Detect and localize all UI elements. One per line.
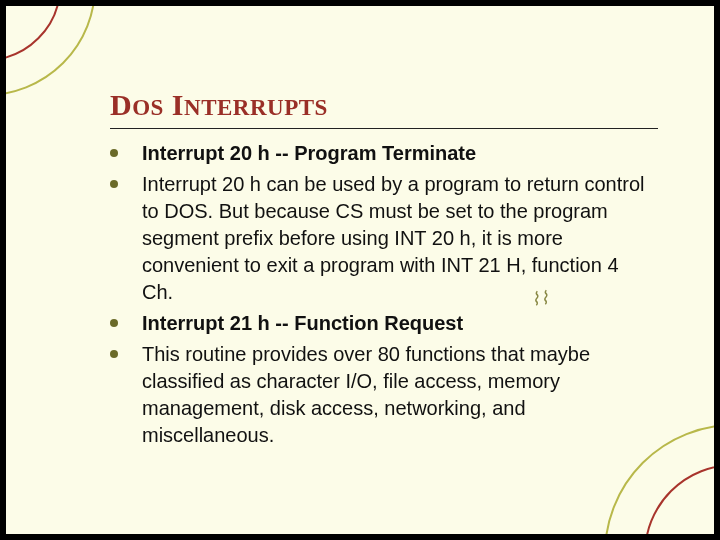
bullet-icon [110, 149, 118, 157]
list-item: This routine provides over 80 functions … [110, 341, 650, 449]
list-item: Interrupt 20 h can be used by a program … [110, 171, 650, 306]
list-item-bold: Interrupt 20 h -- Program Terminate [142, 142, 476, 164]
list-item-bold: Interrupt 21 h -- Function Request [142, 312, 463, 334]
list-item-text: Interrupt 21 h -- Function Request [142, 310, 463, 337]
title-small: NTERRUPTS [184, 95, 328, 120]
title-underline [110, 128, 658, 129]
title-cap: I [172, 88, 184, 121]
list-item-text: Interrupt 20 h can be used by a program … [142, 171, 650, 306]
list-item-text: Interrupt 20 h -- Program Terminate [142, 140, 476, 167]
title-small: OS [132, 95, 164, 120]
list-item-text: This routine provides over 80 functions … [142, 341, 650, 449]
title-cap: D [110, 88, 132, 121]
list-item: Interrupt 20 h -- Program Terminate [110, 140, 650, 167]
title-space [164, 88, 172, 121]
bullet-icon [110, 319, 118, 327]
slide-title: DOS INTERRUPTS [110, 88, 328, 122]
list-item: Interrupt 21 h -- Function Request [110, 310, 650, 337]
slide: DOS INTERRUPTS Interrupt 20 h -- Program… [6, 6, 714, 534]
bullet-list: Interrupt 20 h -- Program Terminate Inte… [110, 140, 650, 453]
bullet-icon [110, 350, 118, 358]
bullet-icon [110, 180, 118, 188]
